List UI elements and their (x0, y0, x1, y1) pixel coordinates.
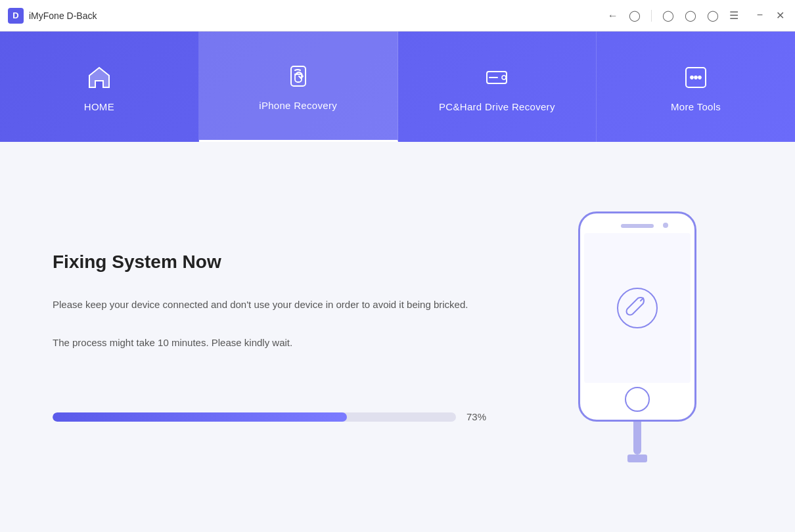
nav-label-pc-recovery: PC&Hard Drive Recovery (439, 101, 555, 112)
close-button[interactable]: ✕ (773, 8, 787, 23)
more-tools-icon (680, 62, 712, 93)
app-title: iMyFone D-Back (29, 11, 97, 21)
phone-speaker (621, 224, 654, 228)
title-divider (651, 10, 652, 22)
svg-point-5 (691, 76, 693, 79)
phone-body (578, 211, 696, 422)
nav-label-home: HOME (84, 101, 114, 112)
nav-item-iphone-recovery[interactable]: iPhone Recovery (199, 32, 398, 142)
location-icon[interactable]: ◯ (662, 9, 674, 22)
right-panel (532, 211, 742, 462)
window-controls: − ✕ (754, 8, 787, 23)
share-icon[interactable]: ← (608, 10, 618, 22)
main-content: Fixing System Now Please keep your devic… (0, 142, 795, 532)
phone-camera (663, 223, 668, 228)
nav-bar: HOME iPhone Recovery PC&Hard Drive Recov… (0, 32, 795, 142)
chat-icon[interactable]: ◯ (707, 9, 719, 22)
progress-bar-container (53, 412, 456, 422)
fixing-desc-2: The process might take 10 minutes. Pleas… (53, 334, 493, 351)
phone-cable (633, 422, 641, 454)
app-logo: D (8, 8, 24, 24)
title-bar-left: D iMyFone D-Back (8, 8, 97, 24)
left-panel: Fixing System Now Please keep your devic… (53, 252, 493, 422)
minimize-button[interactable]: − (754, 8, 765, 23)
cable-end (627, 454, 647, 462)
hard-drive-icon (481, 62, 512, 93)
progress-bar-fill (53, 412, 347, 422)
progress-section: 73% (53, 411, 493, 422)
title-bar-right: ← ◯ ◯ ◯ ◯ ☰ − ✕ (608, 8, 787, 23)
nav-item-home[interactable]: HOME (0, 32, 199, 142)
phone-home-button (625, 387, 650, 412)
phone-screen (584, 233, 691, 383)
menu-icon[interactable]: ☰ (729, 9, 738, 22)
refresh-icon (283, 60, 314, 92)
nav-label-iphone-recovery: iPhone Recovery (259, 100, 337, 111)
svg-point-7 (698, 76, 701, 79)
wrench-icon (614, 285, 660, 331)
fixing-desc-1: Please keep your device connected and do… (53, 296, 493, 313)
user-icon[interactable]: ◯ (629, 9, 641, 22)
phone-illustration (578, 211, 696, 462)
mail-icon[interactable]: ◯ (685, 9, 696, 22)
fixing-title: Fixing System Now (53, 252, 493, 273)
title-bar: D iMyFone D-Back ← ◯ ◯ ◯ ◯ ☰ − ✕ (0, 0, 795, 32)
nav-item-pc-recovery[interactable]: PC&Hard Drive Recovery (398, 32, 597, 142)
progress-label: 73% (466, 411, 493, 422)
nav-item-more-tools[interactable]: More Tools (597, 32, 795, 142)
svg-point-2 (502, 76, 506, 79)
svg-point-6 (694, 76, 697, 79)
svg-point-8 (618, 288, 657, 328)
nav-label-more-tools: More Tools (671, 101, 721, 112)
home-icon (83, 62, 115, 93)
